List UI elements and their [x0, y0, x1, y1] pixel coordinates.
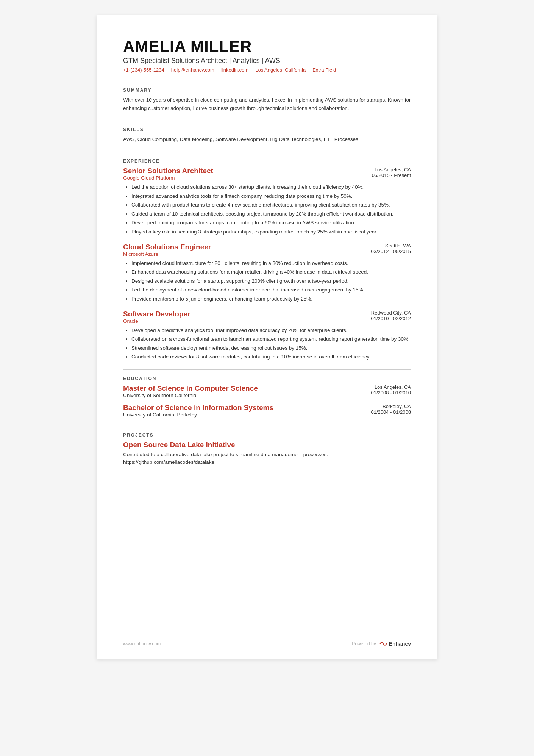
edu-dates-1: 01/2008 - 01/2010 — [371, 390, 411, 396]
edu-entry-2: Bachelor of Science in Information Syste… — [123, 404, 411, 418]
summary-text: With over 10 years of expertise in cloud… — [123, 96, 411, 112]
bullet: Played a key role in securing 3 strategi… — [131, 228, 411, 236]
enhancv-brand-name: Enhancv — [389, 641, 411, 647]
contact-linkedin: linkedin.com — [221, 67, 248, 73]
skills-section: SKILLS AWS, Cloud Computing, Data Modeli… — [123, 127, 411, 144]
bullet: Designed scalable solutions for a startu… — [131, 277, 411, 285]
exp-header-1: Senior Solutions Architect Google Cloud … — [123, 167, 411, 181]
contact-location: Los Angeles, California — [255, 67, 306, 73]
exp-bullets-1: Led the adoption of cloud solutions acro… — [123, 183, 411, 236]
exp-dates-3: 01/2010 - 02/2012 — [371, 316, 411, 321]
skills-label: SKILLS — [123, 127, 411, 132]
contact-row: +1-(234)-555-1234 help@enhancv.com linke… — [123, 67, 411, 73]
bullet: Implemented cloud infrastructure for 20+… — [131, 259, 411, 268]
edu-header-2: Bachelor of Science in Information Syste… — [123, 404, 411, 418]
edu-degree-1: Master of Science in Computer Science — [123, 384, 258, 393]
exp-location-2: Seattle, WA — [371, 243, 411, 249]
project-title-1: Open Source Data Lake Initiative — [123, 441, 411, 449]
projects-section: PROJECTS Open Source Data Lake Initiativ… — [123, 432, 411, 465]
exp-company-2: Microsoft Azure — [123, 251, 211, 257]
bullet: Enhanced data warehousing solutions for … — [131, 268, 411, 276]
projects-label: PROJECTS — [123, 432, 411, 438]
exp-dates-1: 06/2015 - Present — [372, 172, 411, 178]
project-desc-1: Contributed to a collaborative data lake… — [123, 451, 411, 459]
edu-location-2: Berkeley, CA — [371, 404, 411, 409]
experience-divider — [123, 152, 411, 152]
projects-divider — [123, 426, 411, 426]
footer-brand: Powered by Enhancv — [352, 640, 411, 648]
exp-entry-2: Cloud Solutions Engineer Microsoft Azure… — [123, 243, 411, 303]
bullet: Conducted code reviews for 8 software mo… — [131, 353, 411, 361]
contact-extra: Extra Field — [312, 67, 336, 73]
footer-powered-by: Powered by — [352, 641, 376, 646]
header: AMELIA MILLER GTM Specialist Solutions A… — [123, 38, 411, 73]
resume-page: AMELIA MILLER GTM Specialist Solutions A… — [97, 15, 437, 659]
enhancv-logo: Enhancv — [379, 640, 411, 648]
experience-section: EXPERIENCE Senior Solutions Architect Go… — [123, 158, 411, 361]
edu-dates-2: 01/2004 - 01/2008 — [371, 409, 411, 415]
bullet: Led the adoption of cloud solutions acro… — [131, 183, 411, 191]
edu-school-2: University of California, Berkeley — [123, 412, 273, 418]
bullet: Collaborated on a cross-functional team … — [131, 335, 411, 343]
edu-degree-2: Bachelor of Science in Information Syste… — [123, 404, 273, 412]
edu-location-1: Los Angeles, CA — [371, 384, 411, 390]
exp-title-2: Cloud Solutions Engineer — [123, 243, 211, 251]
exp-company-3: Oracle — [123, 318, 190, 324]
bullet: Integrated advanced analytics tools for … — [131, 192, 411, 200]
exp-location-3: Redwood City, CA — [371, 310, 411, 316]
exp-bullets-3: Developed a predictive analytics tool th… — [123, 326, 411, 361]
edu-entry-1: Master of Science in Computer Science Un… — [123, 384, 411, 398]
header-divider — [123, 81, 411, 81]
skills-text: AWS, Cloud Computing, Data Modeling, Sof… — [123, 135, 411, 144]
contact-email: help@enhancv.com — [171, 67, 214, 73]
exp-title-3: Software Developer — [123, 310, 190, 318]
exp-entry-3: Software Developer Oracle Redwood City, … — [123, 310, 411, 361]
contact-phone: +1-(234)-555-1234 — [123, 67, 164, 73]
summary-section: SUMMARY With over 10 years of expertise … — [123, 88, 411, 112]
candidate-title: GTM Specialist Solutions Architect | Ana… — [123, 57, 411, 65]
edu-school-1: University of Southern California — [123, 393, 258, 398]
skills-divider — [123, 121, 411, 121]
footer-website: www.enhancv.com — [123, 641, 161, 646]
exp-entry-1: Senior Solutions Architect Google Cloud … — [123, 167, 411, 236]
experience-label: EXPERIENCE — [123, 158, 411, 164]
edu-header-1: Master of Science in Computer Science Un… — [123, 384, 411, 398]
bullet: Developed a predictive analytics tool th… — [131, 326, 411, 335]
project-link-1: https://github.com/ameliacodes/datalake — [123, 459, 411, 465]
exp-location-1: Los Angeles, CA — [372, 167, 411, 172]
exp-bullets-2: Implemented cloud infrastructure for 20+… — [123, 259, 411, 303]
bullet: Developed training programs for startups… — [131, 219, 411, 227]
summary-label: SUMMARY — [123, 88, 411, 93]
bullet: Streamlined software deployment methods,… — [131, 344, 411, 352]
exp-header-3: Software Developer Oracle Redwood City, … — [123, 310, 411, 324]
exp-title-1: Senior Solutions Architect — [123, 167, 213, 175]
bullet: Collaborated with product teams to creat… — [131, 201, 411, 209]
education-section: EDUCATION Master of Science in Computer … — [123, 376, 411, 418]
exp-dates-2: 03/2012 - 05/2015 — [371, 249, 411, 254]
education-divider — [123, 369, 411, 370]
enhancv-logo-icon — [379, 640, 387, 648]
bullet: Provided mentorship to 5 junior engineer… — [131, 295, 411, 303]
candidate-name: AMELIA MILLER — [123, 38, 411, 55]
education-label: EDUCATION — [123, 376, 411, 381]
exp-company-1: Google Cloud Platform — [123, 175, 213, 181]
bullet: Guided a team of 10 technical architects… — [131, 210, 411, 218]
bullet: Led the deployment of a new cloud-based … — [131, 286, 411, 294]
exp-header-2: Cloud Solutions Engineer Microsoft Azure… — [123, 243, 411, 257]
footer: www.enhancv.com Powered by Enhancv — [123, 634, 411, 648]
